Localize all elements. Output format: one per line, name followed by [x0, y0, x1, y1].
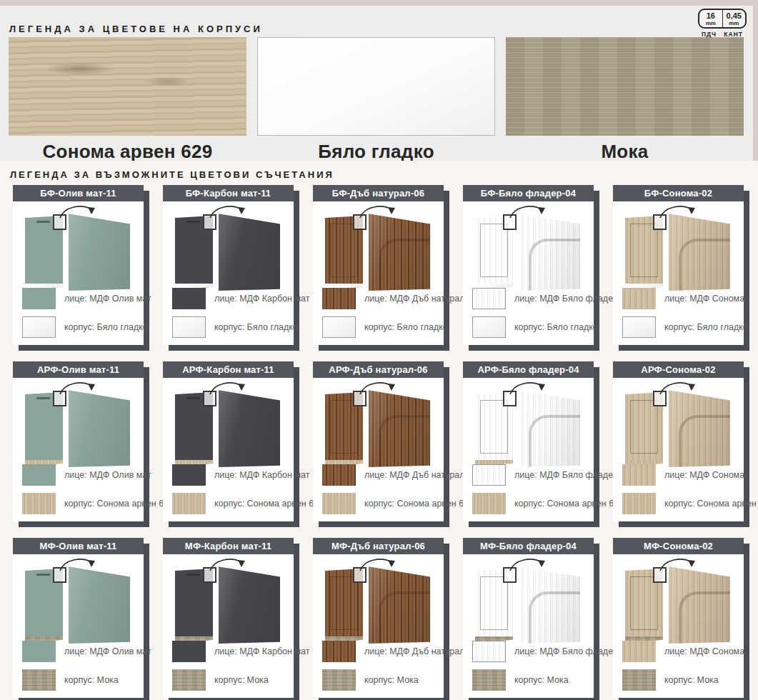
edge-spec-badge: 16 mm 0,45 mm ПДЧ КАНТ	[698, 9, 747, 38]
door-preview	[613, 378, 744, 468]
edge-label: КАНТ	[724, 31, 743, 38]
face-color-swatch	[622, 288, 656, 309]
combination-card: МФ-Бяло фладер-04лице: МДФ Бяло фладерко…	[463, 538, 594, 698]
right-accent-strip	[753, 0, 758, 161]
combination-card: АРФ-Дъб натурал-06лице: МДФ Дъб натуралк…	[313, 361, 444, 521]
door-detail-zoom	[219, 565, 280, 644]
body-color-swatch	[22, 493, 56, 514]
body-color-swatch	[257, 37, 495, 136]
combination-card: БФ-Сонома-02лице: МДФ Сономакорпус: Бяло…	[613, 185, 744, 345]
face-color-swatch	[22, 464, 56, 486]
edge-thickness-value: 0,45	[723, 11, 746, 20]
zoom-arrow-icon	[506, 379, 550, 397]
door-detail-zoom	[669, 389, 730, 467]
door-sheen	[69, 389, 130, 467]
body-color-swatch	[472, 669, 506, 691]
face-color-swatch	[322, 641, 356, 662]
door-sheen	[219, 389, 280, 467]
door-detail-zoom	[369, 565, 430, 644]
top-accent-strip	[0, 0, 758, 6]
face-color-swatch	[472, 641, 506, 662]
card-legend: лице: МДФ Бяло фладеркорпус: Мока	[463, 641, 594, 698]
body-legend-label: корпус: Сонома арвен 629	[64, 499, 174, 509]
face-legend-row: лице: МДФ Олив мат	[22, 288, 144, 309]
door-detail-zoom	[669, 212, 730, 291]
body-color-item: Мока	[506, 37, 744, 163]
card-legend: лице: МДФ Сономакорпус: Бяло гладко	[613, 288, 744, 345]
combination-card: БФ-Дъб натурал-06лице: МДФ Дъб натуралко…	[313, 185, 444, 345]
card-legend: лице: МДФ Олив маткорпус: Сонома арвен 6…	[13, 464, 144, 521]
door-sheen	[69, 212, 130, 291]
body-legend-label: корпус: Мока	[214, 675, 269, 685]
card-title: МФ-Бяло фладер-04	[463, 538, 594, 554]
combination-card: АРФ-Олив мат-11лице: МДФ Олив маткорпус:…	[13, 361, 144, 521]
catalog-page: { "page": { "top_section_title": "ЛЕГЕНД…	[0, 0, 758, 700]
card-title: АРФ-Карбон мат-11	[163, 361, 294, 378]
body-color-swatch	[322, 316, 356, 338]
door-preview	[13, 378, 144, 468]
card-legend: лице: МДФ Дъб натуралкорпус: Бяло гладко	[313, 288, 444, 345]
body-color-swatch	[22, 669, 56, 691]
body-color-swatch	[172, 316, 206, 338]
door-handle	[186, 574, 200, 576]
face-color-swatch	[172, 288, 206, 309]
face-legend-row: лице: МДФ Сонома	[622, 464, 744, 486]
zoom-arrow-icon	[206, 202, 250, 221]
card-title: АРФ-Дъб натурал-06	[313, 361, 444, 378]
face-color-swatch	[622, 464, 656, 486]
zoom-arrow-icon	[206, 379, 250, 397]
card-body: АРФ-Олив мат-11лице: МДФ Олив маткорпус:…	[13, 361, 144, 521]
door-frame-outline	[630, 576, 658, 630]
body-legend-label: корпус: Бяло гладко	[364, 322, 448, 332]
face-legend-label: лице: МДФ Карбон мат	[214, 294, 309, 304]
card-legend: лице: МДФ Олив маткорпус: Мока	[13, 641, 144, 698]
combination-card: БФ-Бяло фладер-04лице: МДФ Бяло фладерко…	[463, 185, 594, 345]
body-color-label: Мока	[506, 141, 744, 163]
door-preview	[163, 554, 294, 644]
card-title: БФ-Сонома-02	[613, 185, 744, 201]
body-color-swatch	[322, 493, 356, 514]
body-legend-label: корпус: Сонома арвен 629	[514, 499, 624, 509]
body-legend-label: корпус: Сонома арвен 629	[664, 499, 758, 509]
door-sheen	[69, 565, 130, 644]
body-legend-label: корпус: Бяло гладко	[214, 322, 298, 332]
body-legend-row: корпус: Сонома арвен 629	[622, 493, 744, 514]
face-color-swatch	[322, 464, 356, 486]
face-color-swatch	[172, 464, 206, 486]
card-body: АРФ-Сонома-02лице: МДФ Сономакорпус: Сон…	[613, 361, 744, 521]
body-legend-row: корпус: Мока	[472, 669, 594, 691]
card-body: БФ-Сонома-02лице: МДФ Сономакорпус: Бяло…	[613, 185, 744, 345]
card-body: БФ-Олив мат-11лице: МДФ Олив маткорпус: …	[13, 185, 144, 345]
board-thickness-unit: mm	[699, 20, 722, 26]
body-colors-row: Сонома арвен 629Бяло гладкоМока	[9, 37, 744, 163]
card-legend: лице: МДФ Карбон маткорпус: Мока	[163, 641, 294, 698]
face-legend-row: лице: МДФ Бяло фладер	[472, 464, 594, 486]
face-color-swatch	[22, 641, 56, 662]
door-sheen	[219, 212, 280, 291]
card-title: БФ-Олив мат-11	[13, 185, 144, 201]
face-legend-row: лице: МДФ Дъб натурал	[322, 464, 444, 486]
body-color-swatch	[172, 669, 206, 691]
body-color-swatch	[322, 669, 356, 691]
face-legend-row: лице: МДФ Олив мат	[22, 641, 144, 662]
door-frame-outline	[330, 576, 358, 630]
card-title: МФ-Карбон мат-11	[163, 538, 294, 554]
face-legend-label: лице: МДФ Олив мат	[64, 646, 151, 656]
face-legend-row: лице: МДФ Дъб натурал	[322, 288, 444, 309]
face-legend-label: лице: МДФ Олив мат	[64, 470, 151, 480]
door-preview	[613, 554, 744, 644]
door-preview	[163, 201, 294, 291]
board-label: ПДЧ	[702, 31, 717, 38]
body-color-swatch	[22, 316, 56, 338]
face-legend-row: лице: МДФ Бяло фладер	[472, 288, 594, 309]
zoom-arrow-icon	[506, 202, 550, 221]
card-body: МФ-Сонома-02лице: МДФ Сономакорпус: Мока	[613, 538, 744, 698]
combination-card: БФ-Карбон мат-11лице: МДФ Карбон маткорп…	[163, 185, 294, 345]
face-legend-label: лице: МДФ Бяло фладер	[514, 470, 618, 480]
door-detail-zoom	[69, 389, 130, 467]
face-legend-label: лице: МДФ Карбон мат	[214, 646, 309, 656]
body-legend-label: корпус: Мока	[514, 675, 569, 685]
card-legend: лице: МДФ Олив маткорпус: Бяло гладко	[13, 288, 144, 345]
zoom-arrow-icon	[506, 555, 550, 574]
face-legend-row: лице: МДФ Сонома	[622, 288, 744, 309]
